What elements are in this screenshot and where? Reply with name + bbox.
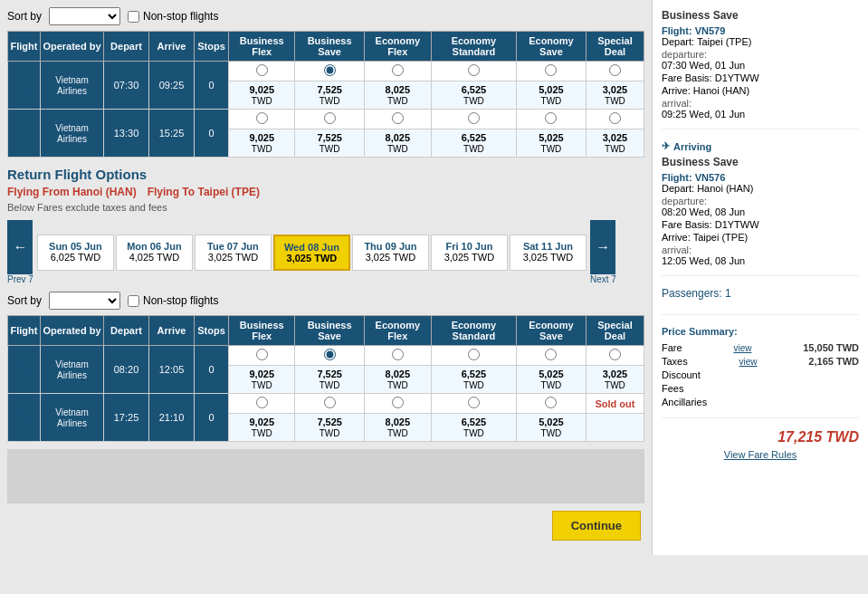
sort-row-outbound: Sort by Price Duration Departure Non-sto… xyxy=(7,7,644,25)
th-operated-r: Operated by xyxy=(41,316,104,346)
radio-cell[interactable] xyxy=(364,346,431,366)
price-radio[interactable] xyxy=(324,349,336,360)
price-radio[interactable] xyxy=(392,64,404,76)
taxes-amount: 2,165 TWD xyxy=(808,356,859,367)
price-cell: 8,025TWD xyxy=(364,366,431,394)
date-cell[interactable]: Fri 10 Jun3,025 TWD xyxy=(431,235,508,271)
date-cell[interactable]: Tue 07 Jun3,025 TWD xyxy=(195,235,272,271)
price-currency: TWD xyxy=(541,428,562,438)
continue-button[interactable]: Continue xyxy=(552,511,641,541)
radio-cell[interactable] xyxy=(295,394,364,414)
arriving-arrival-time: 12:05 Wed, 08 Jun xyxy=(662,255,859,266)
price-currency: TWD xyxy=(605,380,625,390)
flight-link[interactable]: VN 576 xyxy=(15,359,32,380)
price-cell: 5,025TWD xyxy=(516,366,586,394)
radio-cell[interactable] xyxy=(586,346,644,366)
price-radio[interactable] xyxy=(609,112,621,124)
nonstop-label-return[interactable]: Non-stop flights xyxy=(128,294,218,307)
radio-cell[interactable] xyxy=(431,394,516,414)
price-value: 3,025 xyxy=(603,369,628,379)
flight-link[interactable]: VN 579 xyxy=(15,74,32,96)
radio-cell[interactable] xyxy=(516,110,586,129)
radio-cell[interactable] xyxy=(229,346,295,366)
price-radio[interactable] xyxy=(256,397,268,408)
radio-cell[interactable] xyxy=(586,110,644,129)
nonstop-label[interactable]: Non-stop flights xyxy=(128,10,218,23)
date-cell[interactable]: Sun 05 Jun6,025 TWD xyxy=(37,235,114,271)
price-value: 8,025 xyxy=(386,417,411,427)
fare-view-link[interactable]: view xyxy=(733,343,751,353)
radio-cell[interactable] xyxy=(431,62,516,81)
radio-cell[interactable] xyxy=(364,110,431,129)
price-radio[interactable] xyxy=(468,397,480,408)
th-eco-save-r: Economy Save xyxy=(516,316,586,346)
nonstop-checkbox-return[interactable] xyxy=(128,295,139,307)
price-radio[interactable] xyxy=(392,397,404,408)
radio-cell[interactable] xyxy=(431,110,516,129)
radio-cell[interactable] xyxy=(586,62,644,81)
arriving-depart-label: Depart: Hanoi (HAN) xyxy=(662,183,859,194)
date-price: 6,025 TWD xyxy=(45,252,106,263)
flight-link[interactable]: VN 578 xyxy=(15,407,32,428)
price-cell: 9,025TWD xyxy=(229,129,295,158)
price-radio[interactable] xyxy=(256,112,268,124)
radio-cell[interactable] xyxy=(364,394,431,414)
sort-select-outbound[interactable]: Price Duration Departure xyxy=(49,7,120,25)
price-cell: 5,025TWD xyxy=(516,129,586,158)
price-radio[interactable] xyxy=(609,349,621,360)
price-radio[interactable] xyxy=(324,397,336,408)
date-cell[interactable]: Sat 11 Jun3,025 TWD xyxy=(510,235,587,271)
operator-cell: Vietnam Airlines xyxy=(41,394,104,442)
nonstop-checkbox[interactable] xyxy=(128,11,139,23)
price-value: 7,525 xyxy=(317,369,342,379)
price-radio[interactable] xyxy=(324,64,336,76)
date-cell[interactable]: Thu 09 Jun3,025 TWD xyxy=(352,235,429,271)
price-radio[interactable] xyxy=(609,64,621,76)
price-summary-section: Price Summary: Fare view 15,050 TWD Taxe… xyxy=(662,326,859,418)
flight-link[interactable]: VN 577 xyxy=(15,122,32,144)
price-cell: 7,525TWD xyxy=(295,366,364,394)
prev-arrow[interactable]: ← xyxy=(7,220,33,274)
radio-cell[interactable] xyxy=(364,62,431,81)
price-radio[interactable] xyxy=(468,112,480,124)
departing-depart-label: Depart: Taipei (TPE) xyxy=(662,36,859,47)
radio-cell[interactable] xyxy=(431,346,516,366)
sort-select-return[interactable]: Price Duration Departure xyxy=(49,292,120,310)
radio-cell[interactable] xyxy=(295,110,364,129)
plane-icon: ✈ xyxy=(662,140,670,152)
price-radio[interactable] xyxy=(324,112,336,124)
radio-cell[interactable] xyxy=(229,62,295,81)
taxes-view-link[interactable]: view xyxy=(739,357,758,367)
th-depart-r: Depart xyxy=(104,316,149,346)
arriving-category: Business Save xyxy=(662,156,859,168)
th-biz-flex: Business Flex xyxy=(229,32,295,62)
radio-cell[interactable] xyxy=(516,62,586,81)
sort-row-return: Sort by Price Duration Departure Non-sto… xyxy=(7,292,644,310)
radio-cell[interactable] xyxy=(229,110,295,129)
price-radio[interactable] xyxy=(545,112,557,124)
radio-cell[interactable] xyxy=(516,394,586,414)
price-radio[interactable] xyxy=(468,64,480,76)
price-radio[interactable] xyxy=(545,64,557,76)
price-radio[interactable] xyxy=(545,349,557,360)
next-arrow[interactable]: → xyxy=(590,220,615,274)
price-radio[interactable] xyxy=(256,64,268,76)
radio-cell[interactable] xyxy=(516,346,586,366)
view-fare-rules-link[interactable]: View Fare Rules xyxy=(662,449,859,460)
price-radio[interactable] xyxy=(392,112,404,124)
price-value: 7,525 xyxy=(317,417,342,427)
price-radio[interactable] xyxy=(256,349,268,360)
price-radio[interactable] xyxy=(392,349,404,360)
radio-cell[interactable] xyxy=(229,394,295,414)
sidebar: Business Save Flight: VN579 Depart: Taip… xyxy=(652,0,868,555)
price-cell xyxy=(586,414,644,442)
radio-cell[interactable] xyxy=(295,346,364,366)
price-radio[interactable] xyxy=(468,349,480,360)
date-cell[interactable]: Mon 06 Jun4,025 TWD xyxy=(116,235,193,271)
price-radio[interactable] xyxy=(545,397,557,408)
depart-cell: 17:25 xyxy=(104,394,149,442)
date-cell[interactable]: Wed 08 Jun3,025 TWD xyxy=(273,235,350,271)
radio-cell[interactable]: Sold out xyxy=(586,394,644,414)
price-currency: TWD xyxy=(541,380,562,390)
radio-cell[interactable] xyxy=(295,62,364,81)
